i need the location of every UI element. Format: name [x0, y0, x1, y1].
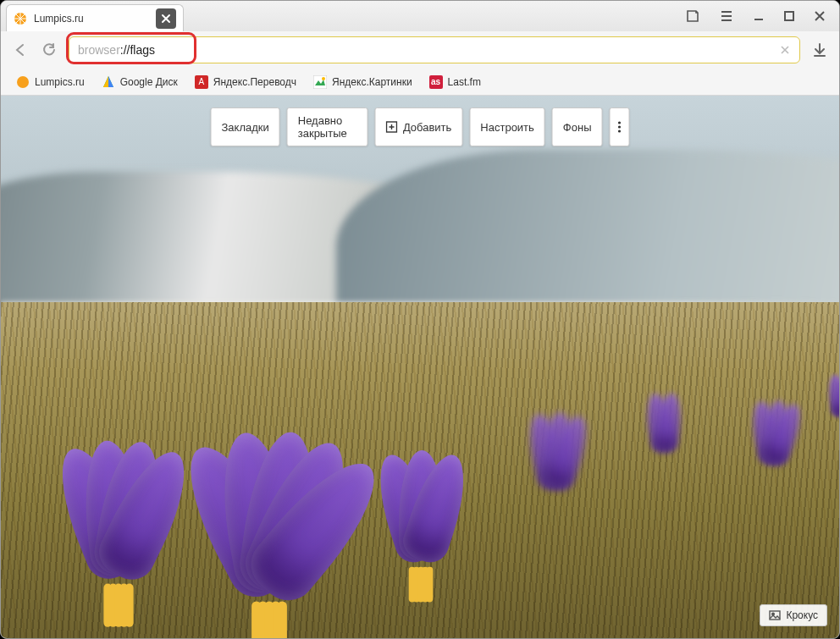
wallpaper-name-label: Крокус: [786, 609, 818, 621]
bookmark-item[interactable]: Google Диск: [95, 72, 185, 92]
bookmark-label: Яндекс.Картинки: [332, 76, 412, 88]
kebab-icon: [618, 121, 622, 133]
bookmark-item[interactable]: Lumpics.ru: [9, 72, 91, 92]
reader-mode-icon[interactable]: [685, 8, 700, 24]
bookmark-item[interactable]: as Last.fm: [423, 72, 488, 92]
backgrounds-button[interactable]: Фоны: [552, 107, 603, 146]
bookmarks-button[interactable]: Закладки: [211, 107, 280, 146]
bookmark-favicon-icon: A: [195, 75, 208, 89]
bookmark-favicon-icon: [16, 75, 30, 89]
button-label: Фоны: [563, 121, 592, 134]
reload-button[interactable]: [40, 41, 58, 59]
button-label: Закладки: [222, 121, 269, 134]
back-button[interactable]: [11, 41, 30, 59]
browser-window: Lumpics.ru: [0, 0, 840, 639]
add-tile-button[interactable]: Добавить: [375, 107, 462, 146]
title-bar: Lumpics.ru: [1, 1, 839, 31]
bookmark-item[interactable]: A Яндекс.Переводч: [188, 72, 303, 92]
url-scheme: browser: [78, 43, 120, 57]
recently-closed-button[interactable]: Недавно закрытые: [287, 107, 368, 146]
url-text: browser://flags: [78, 43, 155, 57]
tab-favicon-icon: [14, 12, 27, 25]
tab-close-button[interactable]: [156, 8, 176, 29]
svg-point-11: [17, 76, 29, 88]
wallpaper-name-chip[interactable]: Крокус: [760, 604, 827, 626]
svg-point-22: [618, 125, 621, 128]
customize-button[interactable]: Настроить: [469, 107, 545, 146]
bookmark-favicon-icon: [313, 75, 327, 89]
image-icon: [769, 609, 781, 621]
bookmark-favicon-icon: [102, 75, 115, 89]
bookmark-item[interactable]: Яндекс.Картинки: [307, 72, 419, 92]
more-options-button[interactable]: [610, 107, 630, 146]
button-label: Добавить: [403, 121, 451, 134]
svg-point-21: [618, 121, 621, 124]
window-controls: [685, 8, 834, 24]
address-bar[interactable]: browser://flags: [69, 36, 800, 63]
bookmark-label: Lumpics.ru: [35, 76, 85, 88]
browser-tab[interactable]: Lumpics.ru: [6, 4, 184, 31]
svg-rect-24: [770, 611, 780, 620]
close-window-button[interactable]: [814, 10, 826, 22]
svg-point-23: [618, 129, 621, 132]
maximize-button[interactable]: [783, 10, 795, 22]
bookmark-label: Яндекс.Переводч: [213, 76, 296, 88]
menu-icon[interactable]: [719, 8, 734, 24]
svg-rect-15: [313, 75, 327, 89]
tab-title: Lumpics.ru: [34, 13, 84, 25]
clear-input-icon[interactable]: [779, 44, 791, 56]
button-label: Недавно закрытые: [298, 114, 357, 140]
new-tab-content: Закладки Недавно закрытые Добавить Настр…: [1, 96, 839, 638]
button-label: Настроить: [480, 121, 534, 134]
svg-point-17: [322, 77, 325, 80]
svg-rect-9: [785, 12, 793, 20]
bookmark-label: Last.fm: [448, 76, 481, 88]
new-tab-toolbar: Закладки Недавно закрытые Добавить Настр…: [211, 107, 630, 146]
url-rest: ://flags: [120, 43, 155, 57]
wallpaper-image: [1, 96, 839, 638]
bookmark-favicon-icon: as: [429, 75, 443, 89]
minimize-button[interactable]: [753, 10, 765, 22]
plus-box-icon: [386, 121, 398, 133]
svg-marker-13: [103, 76, 108, 87]
address-row: browser://flags: [1, 31, 839, 69]
downloads-button[interactable]: [810, 41, 829, 59]
bookmark-label: Google Диск: [120, 76, 178, 88]
svg-marker-14: [108, 76, 113, 87]
bookmarks-bar: Lumpics.ru Google Диск A Яндекс.Переводч…: [1, 69, 839, 96]
